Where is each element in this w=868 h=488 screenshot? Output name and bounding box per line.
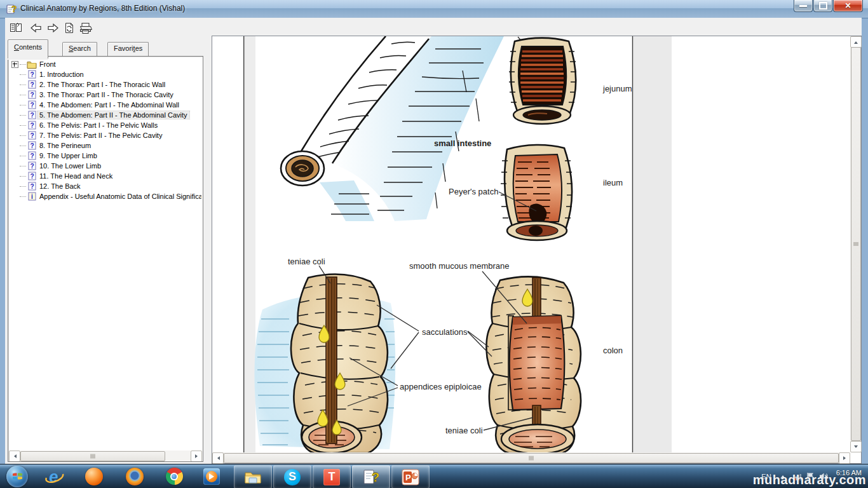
html-help-icon: ? [362, 468, 381, 486]
tree-item-label: 3. The Thorax: Part II - The Thoracic Ca… [37, 91, 175, 98]
tree-item-label: 11. The Head and Neck [37, 172, 114, 180]
help-topic-icon: ? [26, 100, 37, 109]
svg-text:?: ? [30, 81, 34, 88]
taskbar-internet-explorer[interactable]: e [43, 465, 66, 487]
tree-item-8[interactable]: ?8. The Perineum [10, 140, 201, 151]
taskbar-skype[interactable]: S [273, 465, 311, 488]
refresh-button[interactable] [61, 20, 78, 36]
svg-text:?: ? [30, 92, 34, 98]
expand-plus-icon[interactable] [10, 61, 20, 68]
tree-item-front[interactable]: Front [10, 59, 201, 69]
tree-item-9[interactable]: ?9. The Upper Limb [10, 151, 201, 161]
tree-item-5-selected[interactable]: ?5. The Abdomen: Part II - The Abdominal… [10, 110, 201, 120]
tree-item-7[interactable]: ?7. The Pelvis: Part II - The Pelvic Cav… [10, 130, 201, 140]
hide-panel-button[interactable] [8, 20, 24, 36]
chrome-icon [166, 468, 183, 485]
tab-favorites-label-post: es [135, 44, 143, 52]
taskbar-html-help-active[interactable]: ? [352, 465, 390, 488]
taskbar-chrome[interactable] [163, 465, 186, 487]
tree-scroll-left-button[interactable] [9, 451, 20, 462]
windows-start-icon [6, 466, 28, 487]
help-viewer-window: ? Clinical Anatomy by Regions, 8th Editi… [0, 0, 868, 464]
hide-panel-icon [10, 22, 22, 34]
svg-text:?: ? [11, 4, 17, 14]
taskbar: e S T [0, 464, 868, 488]
tree-item-11[interactable]: ?11. The Head and Neck [10, 171, 201, 181]
vertical-scrollbar-thumb[interactable] [851, 47, 861, 441]
smooth-mucous-membrane-surface [510, 316, 565, 410]
tree-scrollbar-thumb[interactable] [20, 451, 165, 461]
title-bar[interactable]: ? Clinical Anatomy by Regions, 8th Editi… [0, 0, 868, 18]
tree-item-6[interactable]: ?6. The Pelvis: Part I - The Pelvic Wall… [10, 120, 201, 130]
back-button[interactable] [28, 20, 44, 36]
tree-item-label: 4. The Abdomen: Part I - The Abdominal W… [37, 101, 181, 109]
contents-tree: Front ?1. Introduction ?2. The Thorax: P… [8, 56, 203, 462]
tree-item-label: 2. The Thorax: Part I - The Thoracic Wal… [37, 81, 167, 88]
content-vertical-scrollbar[interactable] [850, 36, 861, 452]
label-smooth-mucous-membrane: smooth mucous membrane [409, 261, 510, 271]
tree-item-label: 1. Introduction [37, 71, 86, 78]
taskbar-firefox[interactable] [123, 465, 146, 487]
forward-button[interactable] [44, 20, 61, 36]
skype-icon: S [284, 469, 301, 485]
jejunum-illustration [509, 37, 576, 124]
internet-explorer-icon: e [45, 467, 64, 486]
tab-contents[interactable]: Contents [8, 39, 48, 58]
label-appendices-epiploicae: appendices epiploicae [400, 382, 482, 391]
tree-item-2[interactable]: ?2. The Thorax: Part I - The Thoracic Wa… [10, 79, 201, 90]
t-app-icon: T [323, 469, 340, 485]
tree-scroll-right-button[interactable] [191, 451, 202, 462]
tab-search[interactable]: Search [62, 42, 97, 57]
tree-item-label: 6. The Pelvis: Part I - The Pelvic Walls [37, 121, 159, 129]
teniae-coli-band-top [532, 278, 541, 317]
svg-text:?: ? [30, 163, 34, 170]
watermark-text: muhadharaty.com [753, 473, 866, 487]
tree-item-3[interactable]: ?3. The Thorax: Part II - The Thoracic C… [10, 90, 201, 100]
topic-content-pane: small intestine jejunum Peyer's patch il… [212, 36, 862, 464]
tree-item-10[interactable]: ?10. The Lower Limb [10, 161, 201, 171]
tree-item-1[interactable]: ?1. Introduction [10, 69, 201, 79]
taskbar-t-app[interactable]: T [313, 465, 351, 488]
forward-arrow-icon [46, 23, 59, 33]
tree-horizontal-scrollbar[interactable] [9, 451, 202, 461]
tab-search-label: earch [73, 44, 91, 52]
tree-item-label: 7. The Pelvis: Part II - The Pelvic Cavi… [37, 132, 164, 139]
tree-item-12[interactable]: ?12. The Back [10, 181, 201, 191]
svg-text:i: i [31, 193, 33, 200]
maximize-button[interactable] [813, 0, 832, 12]
tab-favorites[interactable]: Favorites [107, 42, 149, 57]
tree-item-appendix[interactable]: iAppendix - Useful Anatomic Data of Clin… [10, 191, 201, 201]
label-sacculations: sacculations [422, 327, 468, 337]
taskbar-explorer[interactable] [234, 465, 272, 488]
start-button[interactable] [5, 465, 29, 487]
scroll-down-button[interactable] [850, 441, 862, 452]
scroll-up-button[interactable] [850, 36, 862, 48]
gom-player-icon [85, 468, 103, 485]
help-topic-icon: ? [26, 141, 37, 150]
anatomy-page-image: small intestine jejunum Peyer's patch il… [243, 36, 672, 453]
tree-item-label: 8. The Perineum [37, 142, 93, 149]
taskbar-media-player[interactable] [200, 465, 223, 487]
app-help-icon: ? [6, 3, 17, 15]
content-horizontal-scrollbar[interactable] [212, 452, 850, 463]
taskbar-gom-player[interactable] [83, 465, 105, 487]
scroll-right-button[interactable] [839, 452, 850, 464]
scroll-left-button[interactable] [212, 452, 224, 464]
tree-item-label: Front [37, 60, 58, 68]
minimize-button[interactable] [794, 0, 813, 12]
horizontal-scrollbar-thumb[interactable] [224, 453, 839, 463]
help-topic-icon: ? [26, 70, 37, 79]
close-button[interactable]: ✕ [833, 0, 863, 12]
svg-text:?: ? [30, 173, 34, 180]
printer-icon [79, 22, 93, 34]
taskbar-powerpoint[interactable]: P [391, 465, 430, 488]
label-small-intestine: small intestine [434, 139, 491, 148]
tree-item-4[interactable]: ?4. The Abdomen: Part I - The Abdominal … [10, 100, 201, 110]
label-teniae-coli-bottom: teniae coli [445, 426, 483, 435]
svg-text:?: ? [30, 112, 34, 119]
svg-text:?: ? [30, 132, 34, 139]
print-button[interactable] [78, 20, 94, 36]
ileum-illustration [499, 145, 573, 240]
svg-text:P: P [405, 473, 411, 482]
help-topic-icon: ? [26, 151, 37, 160]
